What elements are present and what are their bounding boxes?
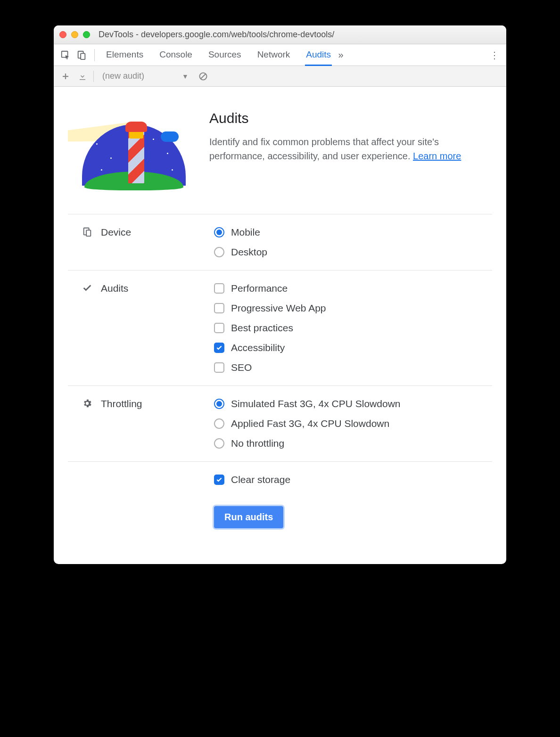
panel-tabs: Elements Console Sources Network Audits xyxy=(105,45,332,66)
svg-rect-5 xyxy=(86,230,91,236)
check-icon xyxy=(82,283,93,293)
titlebar: DevTools - developers.google.com/web/too… xyxy=(54,25,506,44)
kebab-menu-icon[interactable]: ⋮ xyxy=(487,49,502,61)
clear-icon[interactable] xyxy=(197,70,209,82)
throttling-option-simulated[interactable]: Simulated Fast 3G, 4x CPU Slowdown xyxy=(214,398,487,409)
tab-network[interactable]: Network xyxy=(256,45,291,66)
minimize-icon[interactable] xyxy=(71,31,78,38)
intro-section: Audits Identify and fix common problems … xyxy=(68,101,492,214)
maximize-icon[interactable] xyxy=(83,31,90,38)
audit-option-performance[interactable]: Performance xyxy=(214,283,487,294)
download-icon[interactable] xyxy=(76,70,89,82)
checkbox-icon xyxy=(214,362,224,373)
more-tabs-icon[interactable]: » xyxy=(334,49,348,60)
radio-icon xyxy=(214,247,224,257)
throttling-section: Throttling Simulated Fast 3G, 4x CPU Slo… xyxy=(68,385,492,461)
checkbox-icon xyxy=(214,343,224,353)
audits-options: Performance Progressive Web App Best pra… xyxy=(214,283,487,373)
devtools-tabbar: Elements Console Sources Network Audits … xyxy=(54,44,506,66)
throttling-option-applied[interactable]: Applied Fast 3G, 4x CPU Slowdown xyxy=(214,418,487,429)
radio-icon xyxy=(214,227,224,237)
audits-label: Audits xyxy=(73,283,205,373)
clear-storage-option[interactable]: Clear storage xyxy=(214,474,487,485)
audit-option-pwa[interactable]: Progressive Web App xyxy=(214,303,487,314)
panel-heading: Audits xyxy=(209,110,487,126)
tab-audits[interactable]: Audits xyxy=(305,45,332,66)
radio-icon xyxy=(214,399,224,409)
new-audit-icon[interactable] xyxy=(59,70,72,82)
checkbox-icon xyxy=(214,283,224,294)
panel-description: Identify and fix common problems that af… xyxy=(209,135,487,163)
audit-option-best-practices[interactable]: Best practices xyxy=(214,322,487,334)
audit-option-seo[interactable]: SEO xyxy=(214,362,487,373)
throttling-options: Simulated Fast 3G, 4x CPU Slowdown Appli… xyxy=(214,398,487,449)
device-icon xyxy=(82,227,93,237)
throttling-option-none[interactable]: No throttling xyxy=(214,438,487,449)
audit-select[interactable]: (new audit) ▼ xyxy=(99,70,192,82)
close-icon[interactable] xyxy=(59,31,66,38)
device-label: Device xyxy=(73,227,205,258)
audit-select-value: (new audit) xyxy=(102,71,144,81)
device-section: Device Mobile Desktop xyxy=(68,214,492,270)
storage-section: Clear storage Run audits xyxy=(68,461,492,540)
divider xyxy=(93,71,94,82)
gear-icon xyxy=(82,398,93,409)
lighthouse-illustration xyxy=(73,110,195,195)
svg-rect-2 xyxy=(81,53,85,59)
devtools-window: DevTools - developers.google.com/web/too… xyxy=(54,25,506,564)
chevron-down-icon: ▼ xyxy=(182,73,189,80)
intro-text: Audits Identify and fix common problems … xyxy=(209,110,487,195)
radio-icon xyxy=(214,418,224,429)
checkbox-icon xyxy=(214,303,224,313)
learn-more-link[interactable]: Learn more xyxy=(413,151,461,161)
audits-panel: Audits Identify and fix common problems … xyxy=(54,87,506,564)
audits-toolbar: (new audit) ▼ xyxy=(54,66,506,87)
radio-icon xyxy=(214,438,224,449)
device-options: Mobile Desktop xyxy=(214,227,487,258)
device-option-desktop[interactable]: Desktop xyxy=(214,246,487,258)
storage-label-spacer xyxy=(73,474,205,528)
tab-elements[interactable]: Elements xyxy=(105,45,144,66)
checkbox-icon xyxy=(214,323,224,333)
audit-option-accessibility[interactable]: Accessibility xyxy=(214,342,487,353)
throttling-label: Throttling xyxy=(73,398,205,449)
run-audits-button[interactable]: Run audits xyxy=(214,506,283,528)
tab-console[interactable]: Console xyxy=(158,45,193,66)
checkbox-icon xyxy=(214,475,224,485)
device-option-mobile[interactable]: Mobile xyxy=(214,227,487,238)
divider xyxy=(94,49,95,61)
storage-options: Clear storage Run audits xyxy=(214,474,487,528)
window-title: DevTools - developers.google.com/web/too… xyxy=(97,30,501,40)
tab-sources[interactable]: Sources xyxy=(207,45,242,66)
audits-section: Audits Performance Progressive Web App B… xyxy=(68,270,492,385)
inspect-element-icon[interactable] xyxy=(58,48,73,62)
traffic-lights xyxy=(59,31,90,38)
device-toolbar-icon[interactable] xyxy=(74,48,89,62)
